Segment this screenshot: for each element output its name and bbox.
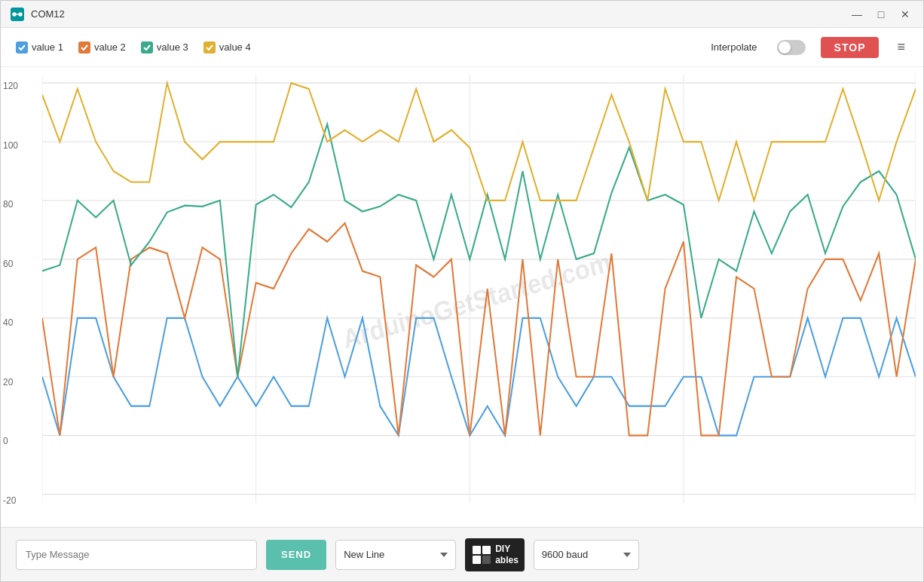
- y-axis-labels: 120 100 80 60 40 20 0 -20: [3, 75, 18, 519]
- interpolate-toggle[interactable]: [777, 40, 806, 55]
- toggle-knob: [779, 41, 791, 54]
- x-axis-labels: 6412 6424 6436 6448 6461: [42, 525, 916, 527]
- svg-rect-21: [482, 556, 491, 564]
- app-logo: [10, 7, 25, 22]
- chart-canvas: ArduinoGetStarted.com 120 100 80 60 40 2…: [42, 75, 916, 519]
- legend-label-v3: value 3: [157, 41, 188, 53]
- legend-label-v4: value 4: [219, 41, 251, 53]
- svg-point-1: [13, 12, 17, 16]
- y-label-120: 120: [3, 81, 18, 91]
- svg-point-2: [19, 12, 23, 16]
- legend-item-v4[interactable]: value 4: [203, 41, 251, 54]
- legend-item-v2[interactable]: value 2: [78, 41, 126, 54]
- close-button[interactable]: ✕: [896, 5, 914, 23]
- bottom-bar: SEND New Line No Line Ending Carriage Re…: [1, 527, 923, 581]
- interpolate-label: Interpolate: [711, 41, 757, 53]
- legend-label-v2: value 2: [94, 41, 126, 53]
- message-input[interactable]: [16, 540, 257, 570]
- window-title: COM12: [31, 8, 848, 20]
- legend-checkbox-v4[interactable]: [203, 41, 216, 54]
- svg-text:▶: ▶: [475, 554, 481, 562]
- x-label-6424: 6424: [255, 525, 276, 527]
- legend-item-v3[interactable]: value 3: [141, 41, 188, 54]
- legend-checkbox-v3[interactable]: [141, 41, 153, 54]
- svg-rect-18: [473, 546, 481, 554]
- legend-item-v1[interactable]: value 1: [16, 41, 63, 54]
- window-controls: — □ ✕: [848, 5, 914, 23]
- diyables-icon: ▶: [471, 544, 492, 565]
- x-label-6436: 6436: [469, 525, 489, 527]
- legend-checkbox-v2[interactable]: [78, 41, 90, 54]
- send-button[interactable]: SEND: [266, 540, 326, 570]
- x-label-6461: 6461: [895, 525, 916, 527]
- line-v2: [42, 223, 916, 436]
- stop-button[interactable]: STOP: [821, 37, 880, 58]
- line-v3: [42, 124, 916, 377]
- y-label-40: 40: [3, 317, 18, 328]
- legend-checkbox-v1[interactable]: [16, 41, 28, 54]
- y-label-neg20: -20: [3, 495, 18, 506]
- y-label-60: 60: [3, 259, 18, 269]
- y-label-80: 80: [3, 199, 18, 210]
- x-label-6412: 6412: [42, 525, 63, 527]
- title-bar: COM12 — □ ✕: [1, 1, 923, 28]
- y-label-0: 0: [3, 436, 18, 446]
- y-label-20: 20: [3, 377, 18, 387]
- maximize-button[interactable]: □: [872, 5, 890, 23]
- newline-select[interactable]: New Line No Line Ending Carriage Return …: [335, 540, 456, 570]
- x-label-6448: 6448: [682, 525, 702, 527]
- legend-label-v1: value 1: [32, 41, 63, 53]
- toolbar: value 1 value 2 value 3 value 4 Interpol…: [1, 28, 923, 67]
- chart-area: ArduinoGetStarted.com 120 100 80 60 40 2…: [1, 67, 923, 527]
- baud-select[interactable]: 300 baud 1200 baud 2400 baud 4800 baud 9…: [534, 540, 639, 570]
- minimize-button[interactable]: —: [848, 5, 866, 23]
- diyables-text: DIY ables: [495, 544, 519, 565]
- diyables-logo: ▶ DIY ables: [465, 538, 525, 571]
- watermark-text: ArduinoGetStarted.com: [340, 247, 614, 354]
- chart-svg: ArduinoGetStarted.com: [42, 75, 916, 519]
- menu-icon[interactable]: ≡: [894, 36, 908, 58]
- svg-rect-19: [482, 546, 491, 554]
- y-label-100: 100: [3, 140, 18, 151]
- main-window: COM12 — □ ✕ value 1 value 2 value 3: [0, 0, 924, 582]
